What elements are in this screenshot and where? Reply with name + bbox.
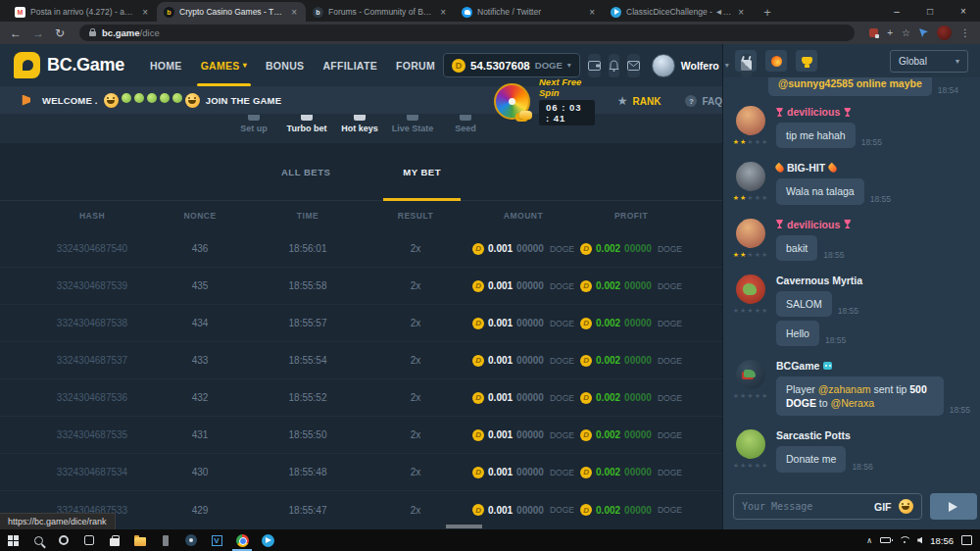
balance-selector[interactable]: D 54.5307608 DOGE ▾ [443, 53, 580, 77]
address-bar[interactable]: bc.game/dice [79, 25, 855, 41]
spin-wheel-icon[interactable] [494, 83, 530, 120]
chrome-taskbar-button[interactable] [229, 529, 255, 551]
tab-telegram[interactable]: ClassicDiceChallenge - ◄ Annou × [604, 2, 753, 22]
tab-close-icon[interactable]: × [289, 7, 299, 18]
tab-close-icon[interactable]: × [736, 7, 746, 18]
avatar[interactable] [736, 162, 765, 191]
seed-button[interactable]: Seed [439, 114, 492, 143]
keyboard-icon [354, 115, 366, 121]
maximize-button[interactable]: □ [913, 0, 947, 22]
chat-username[interactable]: devilicious [776, 106, 970, 118]
user-rating-stars: ★★★★★ [733, 392, 768, 400]
mention[interactable]: @Neraxa [831, 397, 875, 409]
chat-channel-select[interactable]: Global ▾ [890, 50, 968, 73]
wallet-button[interactable] [588, 54, 601, 77]
table-row[interactable]: 332430468753443018:55:482x D0.00100000DO… [0, 454, 722, 491]
tab-close-icon[interactable]: × [438, 7, 448, 18]
chat-username[interactable]: Cavernous Myrtia [776, 275, 970, 286]
your-phone-button[interactable] [153, 529, 178, 551]
tray-chevron-icon[interactable]: ∧ [866, 536, 872, 545]
contest-button[interactable] [796, 50, 817, 72]
start-button[interactable] [0, 529, 25, 551]
tab-my-bet[interactable]: MY BET [403, 143, 441, 201]
telegram-taskbar-button[interactable] [255, 529, 280, 551]
chat-username[interactable]: devilicious [776, 219, 970, 230]
table-row[interactable]: 332430468753843418:55:572x D0.00100000DO… [0, 305, 722, 342]
forward-button[interactable]: → [32, 27, 44, 39]
nav-forum[interactable]: FORUM [396, 44, 435, 86]
user-menu[interactable]: Wolfero ▾ [652, 54, 729, 77]
plus-circle-icon[interactable]: + [887, 27, 893, 38]
hot-keys-button[interactable]: Hot keys [333, 114, 386, 143]
nav-affiliate[interactable]: AFFILIATE [322, 44, 377, 86]
tab-close-icon[interactable]: × [587, 7, 597, 18]
taskbar-clock[interactable]: 18:56 [930, 535, 954, 546]
browser-profile-avatar[interactable] [937, 25, 952, 40]
lock-icon [89, 31, 96, 36]
extension-icon[interactable] [869, 28, 878, 37]
table-row[interactable]: 332430468753543118:55:502x D0.00100000DO… [0, 417, 722, 454]
live-state-button[interactable]: Live State [386, 114, 439, 143]
emoji-picker-icon[interactable] [899, 499, 913, 514]
nav-bonus[interactable]: BONUS [266, 44, 304, 86]
chat-username[interactable]: BIG-HIT [776, 162, 970, 174]
speaker-icon[interactable] [917, 537, 922, 544]
tab-all-bets[interactable]: ALL BETS [281, 143, 330, 201]
chat-messages[interactable]: @sunnyg42585 online maybe 18:54 ★★★★★ de… [723, 77, 980, 485]
rank-button[interactable]: ★ RANK [617, 94, 662, 108]
avatar[interactable] [736, 275, 765, 304]
windows-logo-icon [8, 535, 19, 546]
action-center-icon[interactable] [961, 535, 972, 545]
horizontal-scrollbar-thumb[interactable] [446, 525, 482, 528]
notifications-button[interactable] [609, 54, 619, 77]
chat-input-field[interactable]: GIF [733, 493, 922, 520]
bcgame-logo[interactable]: BC.Game [14, 52, 124, 78]
file-explorer-button[interactable] [127, 529, 153, 551]
avatar[interactable] [736, 429, 765, 459]
site-viewport: BC.Game HOME GAMES▾ BONUS AFFILIATE FORU… [0, 44, 980, 529]
tab-close-icon[interactable]: × [140, 7, 150, 18]
avatar[interactable] [736, 106, 765, 135]
tab-gmail[interactable]: M Posta in arrivo (4.272) - andreaja × [8, 2, 157, 22]
extension-blue-icon[interactable] [919, 28, 928, 37]
nav-home[interactable]: HOME [150, 44, 182, 86]
kebab-menu-icon[interactable]: ⋮ [960, 27, 970, 38]
reload-button[interactable]: ↻ [55, 27, 65, 39]
tab-forums[interactable]: b Forums - Community of BC.Gam × [306, 2, 455, 22]
task-view-button[interactable] [76, 529, 102, 551]
close-button[interactable]: × [947, 0, 980, 22]
minimize-button[interactable]: – [880, 0, 913, 22]
send-button[interactable] [930, 493, 977, 520]
tab-bcgame-active[interactable]: b Crypto Casino Games - The 8 Be × [157, 2, 306, 22]
steam-button[interactable] [178, 529, 204, 551]
messages-button[interactable] [627, 54, 640, 77]
wifi-icon[interactable] [899, 536, 909, 544]
battery-icon[interactable] [880, 537, 891, 543]
fireball-button[interactable] [765, 50, 787, 72]
chat-username[interactable]: Sarcastic Potts [776, 429, 970, 441]
bookmark-star-icon[interactable]: ☆ [902, 27, 910, 38]
back-button[interactable]: ← [10, 27, 22, 39]
gif-button[interactable]: GIF [874, 501, 892, 513]
nav-games[interactable]: GAMES▾ [201, 44, 247, 86]
avatar[interactable] [736, 219, 765, 248]
setup-button[interactable]: Set up [227, 114, 280, 143]
new-tab-button[interactable]: + [759, 3, 776, 21]
faq-button[interactable]: ? FAQ [685, 95, 722, 107]
turbo-bet-button[interactable]: Turbo bet [280, 114, 333, 143]
chat-username[interactable]: BCGame [776, 360, 970, 372]
store-button[interactable] [102, 529, 127, 551]
cortana-button[interactable] [51, 529, 76, 551]
tab-twitter[interactable]: Notifiche / Twitter × [455, 2, 604, 22]
table-row[interactable]: 332430468753943518:55:582x D0.00100000DO… [0, 268, 722, 305]
taskbar-search-button[interactable] [25, 529, 51, 551]
v-app-button[interactable]: V [204, 529, 229, 551]
chat-message-input[interactable] [742, 501, 867, 512]
free-spin-widget[interactable]: Next Free Spin 06 : 03 : 41 ★ RANK ? FAQ [494, 76, 722, 125]
table-row[interactable]: 332430468754043618:56:012x D0.00100000DO… [0, 230, 722, 268]
avatar[interactable] [736, 360, 765, 389]
send-icon [949, 502, 957, 512]
table-row[interactable]: 332430468753643218:55:522x D0.00100000DO… [0, 379, 722, 417]
mention[interactable]: @zahanam [818, 383, 871, 395]
table-row[interactable]: 332430468753743318:55:542x D0.00100000DO… [0, 342, 722, 379]
